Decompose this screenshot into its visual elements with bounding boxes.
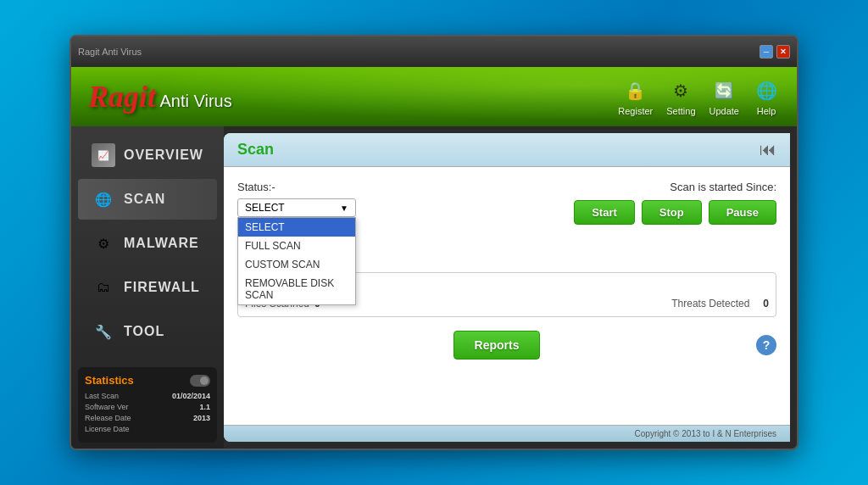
minimize-button[interactable]: ─ xyxy=(760,45,773,59)
sidebar-tool-label: TOOL xyxy=(124,324,164,339)
register-icon: 🔒 xyxy=(622,77,649,104)
status-row: Status:- SELECT ▼ SELECT FULL SCAN xyxy=(237,181,776,225)
scan-buttons: Start Stop Pause xyxy=(507,200,776,225)
setting-icon: ⚙ xyxy=(667,77,694,104)
sidebar-item-scan[interactable]: 🌐 SCAN xyxy=(78,179,217,220)
dropdown-option-fullscan[interactable]: FULL SCAN xyxy=(238,237,355,255)
update-icon: 🔄 xyxy=(710,77,737,104)
stat-row-licensedate: License Date xyxy=(85,425,210,433)
scan-type-dropdown-menu: SELECT FULL SCAN CUSTOM SCAN REMOVABLE D… xyxy=(237,217,356,305)
stat-softver-value: 1.1 xyxy=(199,403,210,411)
content-header: Scan ⏮ xyxy=(224,133,790,167)
sidebar-malware-label: MALWARE xyxy=(124,236,199,251)
content-title: Scan xyxy=(237,141,274,159)
content-area: Scan ⏮ Status:- SELECT ▼ xyxy=(224,133,790,442)
threats-detected-value: 0 xyxy=(763,298,769,309)
sidebar-item-firewall[interactable]: 🗂 FIREWALL xyxy=(78,267,217,308)
help-circle-icon[interactable]: ? xyxy=(756,335,776,355)
stat-licensedate-label: License Date xyxy=(85,425,130,433)
overview-icon: 📈 xyxy=(92,143,115,167)
tool-icon: 🔧 xyxy=(92,320,115,343)
content-footer: Copyright © 2013 to I & N Enterprises xyxy=(224,425,790,442)
register-label: Register xyxy=(618,106,653,116)
stat-releasedate-label: Release Date xyxy=(85,414,131,422)
stat-row-softver: Software Ver 1.1 xyxy=(85,403,210,411)
scan-type-dropdown-wrapper: SELECT ▼ SELECT FULL SCAN CUSTOM SCAN RE… xyxy=(237,198,356,217)
update-label: Update xyxy=(709,106,739,116)
threats-detected-label: Threats Detected xyxy=(671,298,749,309)
scan-icon: 🌐 xyxy=(92,187,115,211)
select-current-value: SELECT xyxy=(245,202,285,214)
pause-button[interactable]: Pause xyxy=(709,200,776,225)
scan-content: Status:- SELECT ▼ SELECT FULL SCAN xyxy=(224,167,790,425)
help-icon: 🌐 xyxy=(753,77,780,104)
title-bar-controls: ─ ✕ xyxy=(760,45,790,59)
sidebar-item-overview[interactable]: 📈 OVERVIEW xyxy=(78,135,217,176)
stat-lastscan-value: 01/02/2014 xyxy=(172,392,210,400)
stat-lastscan-label: Last Scan xyxy=(85,392,119,400)
reports-row: Reports ? xyxy=(237,331,776,360)
sidebar-firewall-label: FIREWALL xyxy=(124,280,200,295)
malware-icon: ⚙ xyxy=(92,231,115,255)
logo-antivirus: Anti Virus xyxy=(159,92,231,110)
close-button[interactable]: ✕ xyxy=(776,45,790,59)
select-arrow-icon: ▼ xyxy=(340,203,348,213)
logo: Ragit Anti Virus xyxy=(88,79,232,114)
register-button[interactable]: 🔒 Register xyxy=(618,77,653,116)
app-header: Ragit Anti Virus 🔒 Register ⚙ Setting 🔄 … xyxy=(71,67,797,126)
dropdown-option-select[interactable]: SELECT xyxy=(238,218,355,237)
stat-softver-label: Software Ver xyxy=(85,403,129,411)
app-body: 📈 OVERVIEW 🌐 SCAN ⚙ MALWARE 🗂 FIREWALL 🔧… xyxy=(71,126,797,449)
statistics-panel: Statistics Last Scan 01/02/2014 Software… xyxy=(78,367,217,443)
dropdown-option-removable[interactable]: REMOVABLE DISK SCAN xyxy=(238,274,355,304)
statistics-title: Statistics xyxy=(85,374,134,387)
help-label: Help xyxy=(757,106,776,116)
status-left: Status:- SELECT ▼ SELECT FULL SCAN xyxy=(237,181,507,217)
back-button[interactable]: ⏮ xyxy=(760,140,776,159)
statistics-header: Statistics xyxy=(85,374,210,387)
footer-text: Copyright © 2013 to I & N Enterprises xyxy=(635,429,776,438)
title-text: Ragit Anti Virus xyxy=(78,47,142,57)
setting-button[interactable]: ⚙ Setting xyxy=(666,77,695,116)
firewall-icon: 🗂 xyxy=(92,276,115,299)
status-right: Scan is started Since: Start Stop Pause xyxy=(507,181,776,225)
sidebar-item-tool[interactable]: 🔧 TOOL xyxy=(78,311,217,352)
stop-button[interactable]: Stop xyxy=(642,200,702,225)
app-window: Ragit Anti Virus ─ ✕ Ragit Anti Virus 🔒 … xyxy=(70,35,798,450)
start-button[interactable]: Start xyxy=(574,200,635,225)
title-bar-logo: Ragit Anti Virus xyxy=(78,47,142,57)
status-label: Status:- xyxy=(237,181,507,193)
logo-ragit: Ragit xyxy=(88,80,156,114)
help-button[interactable]: 🌐 Help xyxy=(753,77,780,116)
since-label: Scan is started Since: xyxy=(507,181,776,193)
sidebar-scan-label: SCAN xyxy=(124,192,165,207)
header-actions: 🔒 Register ⚙ Setting 🔄 Update 🌐 Help xyxy=(618,77,780,116)
stat-releasedate-value: 2013 xyxy=(193,414,210,422)
sidebar-overview-label: OVERVIEW xyxy=(124,148,203,163)
statistics-toggle[interactable] xyxy=(190,375,210,387)
reports-button[interactable]: Reports xyxy=(453,331,541,360)
scan-type-select-display[interactable]: SELECT ▼ xyxy=(237,198,356,217)
sidebar-item-malware[interactable]: ⚙ MALWARE xyxy=(78,223,217,264)
sidebar: 📈 OVERVIEW 🌐 SCAN ⚙ MALWARE 🗂 FIREWALL 🔧… xyxy=(71,126,224,449)
stat-row-releasedate: Release Date 2013 xyxy=(85,414,210,422)
title-bar: Ragit Anti Virus ─ ✕ xyxy=(71,36,797,67)
setting-label: Setting xyxy=(666,106,695,116)
stat-row-lastscan: Last Scan 01/02/2014 xyxy=(85,392,210,400)
dropdown-option-customscan[interactable]: CUSTOM SCAN xyxy=(238,255,355,274)
update-button[interactable]: 🔄 Update xyxy=(709,77,739,116)
